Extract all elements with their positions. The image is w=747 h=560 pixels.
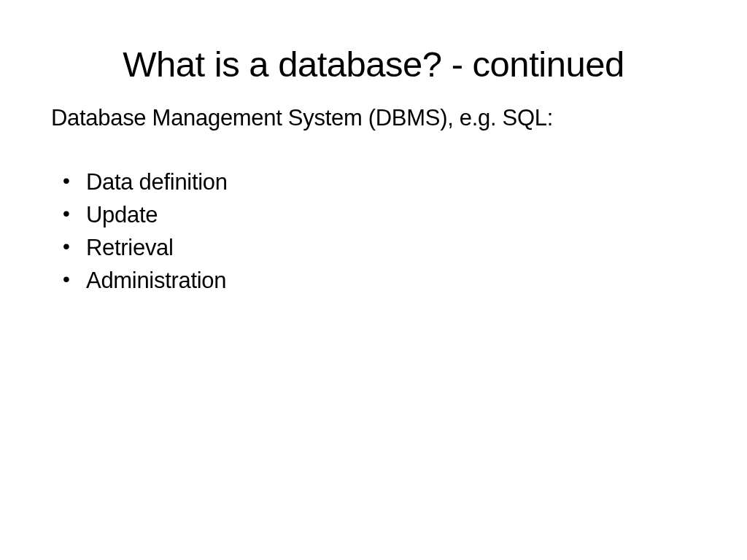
slide-subtitle: Database Management System (DBMS), e.g. … bbox=[51, 105, 696, 131]
slide-container: What is a database? - continued Database… bbox=[0, 0, 747, 560]
list-item: Update bbox=[58, 199, 696, 232]
slide-title: What is a database? - continued bbox=[51, 44, 696, 85]
list-item: Retrieval bbox=[58, 232, 696, 265]
list-item: Data definition bbox=[58, 166, 696, 199]
list-item: Administration bbox=[58, 265, 696, 298]
bullet-list: Data definition Update Retrieval Adminis… bbox=[51, 166, 696, 298]
